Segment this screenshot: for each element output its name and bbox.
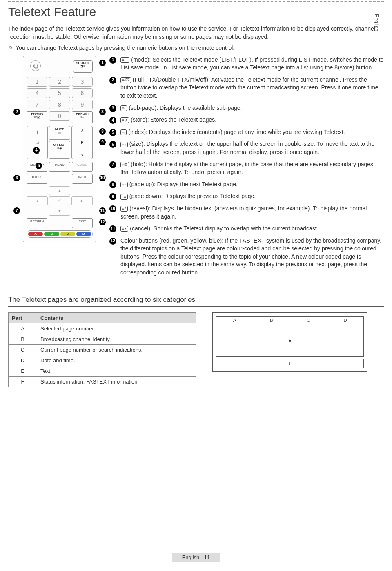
table-row: ASelected page number. xyxy=(9,323,196,334)
dpad-ok[interactable]: ⏎ xyxy=(49,196,70,205)
table-row: DDate and time. xyxy=(9,355,196,366)
layout-cell-d: D xyxy=(327,317,363,324)
num-3[interactable]: 3 xyxy=(72,77,93,87)
callout-2: 2 xyxy=(13,109,20,115)
desc-item-7: 7≡⊟(hold): Holds the display at the curr… xyxy=(109,161,384,176)
desc-item-11: 11≡X(cancel): Shrinks the Teletext displ… xyxy=(109,225,384,233)
categories-table: Part Contents ASelected page number. BBr… xyxy=(8,312,196,387)
page-footer: English - 11 xyxy=(172,553,220,562)
layout-cell-a: A xyxy=(216,317,253,324)
table-row: FStatus information. FASTEXT information… xyxy=(9,376,196,387)
desc-item-1: 1≡…(mode): Selects the Teletext mode (LI… xyxy=(109,56,384,72)
layout-cell-c: C xyxy=(290,317,327,324)
callout-description-list: 1≡…(mode): Selects the Teletext mode (LI… xyxy=(109,56,384,277)
guide-button[interactable]: GUIDE xyxy=(72,162,93,172)
callout-10: 10 xyxy=(99,175,106,181)
desc-item-2: 2≡/⌧(Full TTX/Double TTX/mix/off): Activ… xyxy=(109,76,384,100)
top-dashed-divider xyxy=(8,1,384,2)
language-tab: English xyxy=(374,14,380,31)
note-icon: ✎ xyxy=(8,45,13,51)
color-buttons-row: A B C D xyxy=(27,230,93,238)
ttx-mix-button[interactable]: TTX/MIX≡/⌧ xyxy=(27,111,47,123)
layout-cell-f: F xyxy=(216,359,364,368)
callout-7: 7 xyxy=(13,207,20,214)
callout-3: 3 xyxy=(99,109,106,115)
channel-rocker[interactable]: ∧ P ∨ xyxy=(71,126,93,159)
th-contents: Contents xyxy=(37,312,196,323)
store-icon: ≡⊗ xyxy=(120,117,129,123)
callout-12: 12 xyxy=(99,219,106,225)
color-button-a[interactable]: A xyxy=(28,232,43,236)
page-title: Teletext Feature xyxy=(8,5,384,19)
table-row: CCurrent page number or search indicatio… xyxy=(9,344,196,355)
callout-5: 5 xyxy=(36,163,42,169)
index-icon: ≡i xyxy=(120,129,127,135)
callout-11: 11 xyxy=(99,207,106,214)
th-part: Part xyxy=(9,312,37,323)
ch-down-icon: ∨ xyxy=(81,153,84,157)
desc-item-6: 6≡↕(size): Displays the teletext on the … xyxy=(109,140,384,156)
desc-item-10: 10≡?(reveal): Displays the hidden text (… xyxy=(109,205,384,221)
layout-cell-e: E xyxy=(216,324,364,357)
hold-icon: ≡⊟ xyxy=(120,162,129,167)
p-label: P xyxy=(81,140,84,145)
reveal-icon: ≡? xyxy=(120,206,128,212)
desc-item-5: 5≡i(index): Displays the index (contents… xyxy=(109,128,384,136)
callout-6: 6 xyxy=(13,175,20,181)
callout-9: 9 xyxy=(99,139,106,145)
note-text: You can change Teletext pages by pressin… xyxy=(16,45,234,51)
exit-button[interactable]: EXIT xyxy=(72,218,93,228)
cancel-icon: ≡X xyxy=(120,226,128,232)
num-2[interactable]: 2 xyxy=(49,77,70,87)
mute-button[interactable]: MUTE🕨⃠ xyxy=(49,126,70,140)
num-1[interactable]: 1 xyxy=(27,77,47,87)
tools-button[interactable]: TOOLS xyxy=(27,174,47,184)
page-down-icon: ↓≡ xyxy=(120,194,128,200)
heading-underline xyxy=(8,306,384,307)
callout-4: 4 xyxy=(33,147,40,154)
menu-button[interactable]: MENU xyxy=(49,162,70,172)
num-0[interactable]: 0 xyxy=(49,111,70,121)
color-button-d[interactable]: D xyxy=(76,232,91,236)
number-pad: 1 2 3 4 5 6 7 8 9 xyxy=(27,77,93,109)
remote-dots: ∙∙∙∙∙∙ xyxy=(27,60,29,71)
power-button[interactable]: ⏻ xyxy=(30,60,41,71)
page-up-icon: ≡↑ xyxy=(120,182,128,187)
dpad-up[interactable]: ▲ xyxy=(49,186,70,195)
desc-item-3: 3≡◦(sub-page): Displays the available su… xyxy=(109,104,384,112)
num-5[interactable]: 5 xyxy=(49,88,70,98)
num-6[interactable]: 6 xyxy=(72,88,93,98)
table-row: BBroadcasting channel identity. xyxy=(9,334,196,344)
ttx-icon: ≡/⌧ xyxy=(120,77,131,83)
ch-up-icon: ∧ xyxy=(81,128,84,132)
dpad-left[interactable]: ◄ xyxy=(27,196,48,205)
layout-cell-b: B xyxy=(253,317,290,324)
desc-item-4: 4≡⊗(store): Stores the Teletext pages. xyxy=(109,116,384,124)
volume-up-icon: + xyxy=(36,129,39,135)
return-button[interactable]: RETURN xyxy=(27,218,47,228)
page-layout-diagram: A B C D E F xyxy=(212,312,368,372)
num-7[interactable]: 7 xyxy=(27,100,47,109)
num-9[interactable]: 9 xyxy=(72,100,93,109)
volume-rocker[interactable]: + ◢ − xyxy=(27,126,48,159)
color-button-b[interactable]: B xyxy=(44,232,59,236)
num-4[interactable]: 4 xyxy=(27,88,47,98)
desc-item-9: 9↓≡(page down): Displays the previous Te… xyxy=(109,192,384,201)
color-button-c[interactable]: C xyxy=(60,232,75,236)
d-pad: ▲ ◄ ⏎ ► ▼ xyxy=(27,186,93,216)
remote-control-diagram: 1 2 3 4 5 6 7 8 9 10 11 12 ∙∙∙∙∙∙ ⏻ SOUR… xyxy=(23,56,96,242)
num-8[interactable]: 8 xyxy=(49,100,70,109)
desc-item-8: 8≡↑(page up): Displays the next Teletext… xyxy=(109,181,384,189)
pre-ch-button[interactable]: PRE-CH≡◦ xyxy=(72,111,93,123)
source-button[interactable]: SOURCE⊐≡ xyxy=(73,60,93,73)
callout-1: 1 xyxy=(99,60,106,66)
size-icon: ≡↕ xyxy=(120,142,128,147)
ch-list-button[interactable]: CH LIST≡⊗ xyxy=(49,141,70,159)
intro-paragraph: The index page of the Teletext service g… xyxy=(8,25,384,41)
info-button[interactable]: INFO xyxy=(72,174,93,184)
subpage-icon: ≡◦ xyxy=(120,105,127,111)
dpad-right[interactable]: ► xyxy=(71,196,93,205)
dpad-down[interactable]: ▼ xyxy=(49,207,70,216)
table-row: EText. xyxy=(9,366,196,376)
callout-8: 8 xyxy=(99,128,106,135)
